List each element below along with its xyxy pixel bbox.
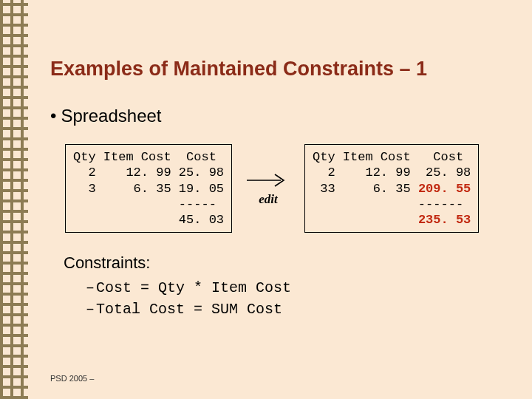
decorative-left-border	[0, 0, 28, 399]
formula-2-text: Total Cost = SUM Cost	[96, 301, 282, 318]
sheet-sep: -----	[73, 197, 216, 211]
slide-footer: PSD 2005 –	[50, 374, 94, 383]
sheet-row1: 2 12. 99 25. 98	[313, 166, 471, 180]
sheet-total: 45. 03	[73, 213, 224, 227]
constraints-heading: Constraints:	[64, 253, 510, 273]
sheet-sep: ------	[313, 197, 463, 211]
bullet-spreadsheet: •Spreadsheet	[50, 106, 510, 126]
sheet-total-changed: 235. 53	[418, 213, 471, 227]
sheet-header: Qty Item Cost Cost	[313, 150, 463, 164]
formula-1: –Cost = Qty * Item Cost	[86, 277, 510, 299]
sheet-row2-changed: 209. 55	[418, 182, 471, 196]
formula-2: –Total Cost = SUM Cost	[86, 299, 510, 320]
bullet-text: Spreadsheet	[61, 106, 161, 126]
spreadsheet-before: Qty Item Cost Cost 2 12. 99 25. 98 3 6. …	[65, 144, 232, 233]
slide-title: Examples of Maintained Constraints – 1	[50, 58, 510, 81]
slide-content: Examples of Maintained Constraints – 1 •…	[50, 58, 510, 320]
bullet-dot-icon: •	[50, 106, 56, 126]
sheet-row2: 3 6. 35 19. 05	[73, 182, 224, 196]
spreadsheet-after: Qty Item Cost Cost 2 12. 99 25. 98 33 6.…	[304, 144, 479, 233]
sheet-row2-left: 33 6. 35	[313, 182, 418, 196]
edit-arrow-group: edit	[245, 170, 291, 207]
spreadsheet-row: Qty Item Cost Cost 2 12. 99 25. 98 3 6. …	[65, 144, 510, 233]
arrow-right-icon	[245, 170, 291, 191]
sheet-total-left	[313, 213, 418, 227]
sheet-row1: 2 12. 99 25. 98	[73, 166, 224, 180]
sheet-header: Qty Item Cost Cost	[73, 150, 216, 164]
edit-label: edit	[259, 192, 278, 207]
formula-1-text: Cost = Qty * Item Cost	[96, 279, 291, 296]
